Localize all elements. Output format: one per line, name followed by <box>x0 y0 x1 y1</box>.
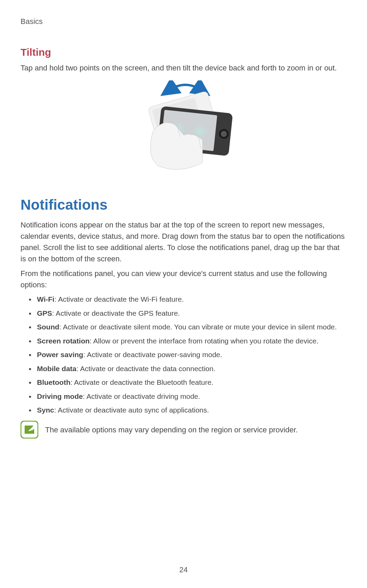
note-row: The available options may vary depending… <box>21 421 346 440</box>
list-item: Wi-Fi: Activate or deactivate the Wi-Fi … <box>21 294 346 305</box>
list-item: Bluetooth: Activate or deactivate the Bl… <box>21 377 346 388</box>
tilting-illustration <box>21 80 346 173</box>
option-desc: : Activate or deactivate the GPS feature… <box>52 309 180 317</box>
page-number: 24 <box>0 565 367 574</box>
list-item: Sound: Activate or deactivate silent mod… <box>21 322 346 333</box>
option-desc: : Activate or deactivate auto sync of ap… <box>54 406 209 414</box>
list-item: Sync: Activate or deactivate auto sync o… <box>21 405 346 416</box>
option-term: Wi-Fi <box>37 295 54 303</box>
list-item: GPS: Activate or deactivate the GPS feat… <box>21 308 346 319</box>
note-icon <box>21 421 38 440</box>
option-desc: : Activate or deactivate driving mode. <box>83 392 200 400</box>
option-desc: : Activate or deactivate silent mode. Yo… <box>59 323 337 331</box>
tilt-device-icon <box>129 80 238 173</box>
option-desc: : Activate or deactivate the Bluetooth f… <box>70 378 213 386</box>
option-term: Bluetooth <box>37 378 70 386</box>
option-desc: : Activate or deactivate the data connec… <box>77 365 215 373</box>
list-item: Screen rotation: Allow or prevent the in… <box>21 336 346 347</box>
page: Basics Tilting Tap and hold two points o… <box>0 0 367 588</box>
notifications-heading: Notifications <box>21 197 346 213</box>
list-item: Power saving: Activate or deactivate pow… <box>21 349 346 361</box>
option-desc: : Activate or deactivate power-saving mo… <box>83 351 222 358</box>
option-term: Driving mode <box>37 392 83 400</box>
option-term: Mobile data <box>37 365 77 373</box>
tilting-heading: Tilting <box>21 47 346 58</box>
option-term: Sound <box>37 323 59 331</box>
section-header: Basics <box>21 17 346 26</box>
list-item: Mobile data: Activate or deactivate the … <box>21 363 346 375</box>
notifications-para2: From the notifications panel, you can vi… <box>21 268 346 290</box>
option-desc: : Allow or prevent the interface from ro… <box>90 337 318 345</box>
note-text: The available options may vary depending… <box>45 421 298 435</box>
list-item: Driving mode: Activate or deactivate dri… <box>21 391 346 402</box>
option-desc: : Activate or deactivate the Wi-Fi featu… <box>54 295 184 303</box>
notifications-para1: Notification icons appear on the status … <box>21 219 346 264</box>
option-term: Sync <box>37 406 54 414</box>
options-list: Wi-Fi: Activate or deactivate the Wi-Fi … <box>21 294 346 416</box>
option-term: Power saving <box>37 351 83 358</box>
option-term: Screen rotation <box>37 337 90 345</box>
option-term: GPS <box>37 309 52 317</box>
tilting-body: Tap and hold two points on the screen, a… <box>21 62 346 74</box>
